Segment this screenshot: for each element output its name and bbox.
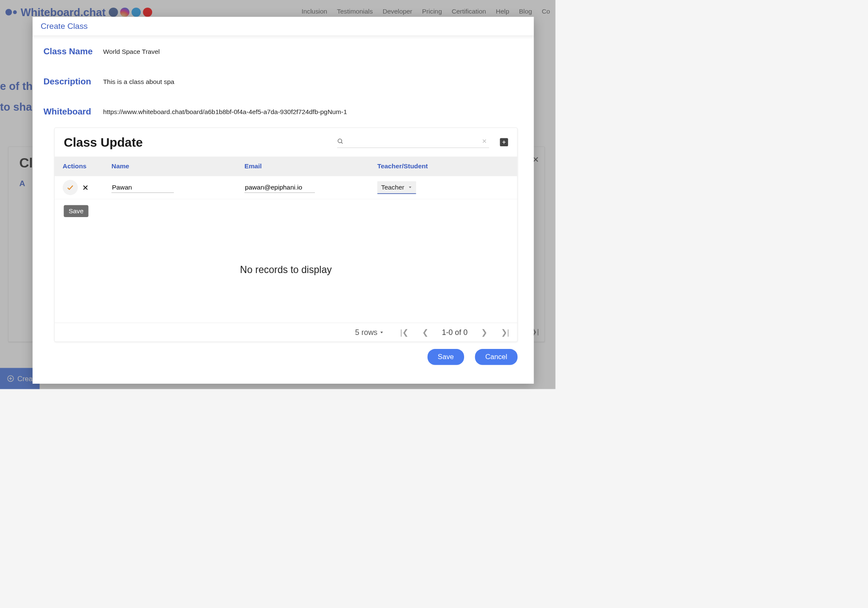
- svg-point-3: [338, 139, 342, 142]
- role-value: Teacher: [381, 183, 404, 191]
- modal-titlebar: Create Class: [33, 17, 534, 36]
- rows-label: 5 rows: [355, 328, 378, 336]
- table-row: ✕ Teacher: [55, 176, 517, 199]
- modal-title: Create Class: [41, 22, 526, 31]
- confirm-row-button[interactable]: [63, 180, 78, 195]
- class-update-card: Class Update ✕ Actions Name Email Teache…: [54, 128, 517, 342]
- svg-line-4: [341, 142, 342, 143]
- row-name-input[interactable]: [111, 182, 174, 193]
- search-input[interactable]: [346, 138, 477, 145]
- card-footer: 5 rows |❮ ❮ 1-0 of 0 ❯ ❯|: [55, 323, 517, 342]
- first-page-icon[interactable]: |❮: [400, 328, 408, 337]
- cancel-row-button[interactable]: ✕: [82, 183, 89, 192]
- modal-actions: Save Cancel: [33, 342, 534, 370]
- class-name-value[interactable]: World Space Travel: [103, 47, 160, 55]
- card-header: Class Update ✕: [55, 128, 517, 156]
- save-button[interactable]: Save: [428, 349, 465, 365]
- create-class-modal: Create Class Class Name World Space Trav…: [33, 17, 534, 384]
- class-name-label: Class Name: [43, 46, 103, 56]
- search-wrap[interactable]: ✕: [337, 137, 489, 148]
- description-value[interactable]: This is a class about spa: [103, 78, 174, 85]
- row-email-input[interactable]: [245, 182, 315, 193]
- cancel-button[interactable]: Cancel: [475, 349, 517, 365]
- next-page-icon[interactable]: ❯: [481, 328, 487, 337]
- col-name: Name: [111, 162, 245, 170]
- search-icon: [337, 138, 344, 144]
- svg-marker-8: [381, 332, 383, 333]
- description-label: Description: [43, 76, 103, 86]
- clear-search-icon[interactable]: ✕: [480, 137, 489, 146]
- add-row-button[interactable]: [500, 138, 508, 146]
- col-email: Email: [245, 162, 378, 170]
- plus-icon: [501, 140, 506, 145]
- chevron-down-icon: [408, 185, 412, 189]
- col-actions: Actions: [63, 162, 111, 170]
- whiteboard-value[interactable]: https://www.whiteboard.chat/board/a6b1b8…: [103, 108, 347, 115]
- last-page-icon[interactable]: ❯|: [501, 328, 509, 337]
- page-range: 1-0 of 0: [442, 328, 467, 336]
- description-row: Description This is a class about spa: [43, 76, 523, 86]
- check-icon: [67, 184, 74, 191]
- chevron-down-icon: [380, 330, 384, 335]
- table-header: Actions Name Email Teacher/Student: [55, 156, 517, 176]
- card-title: Class Update: [64, 135, 143, 150]
- svg-marker-7: [409, 187, 412, 188]
- whiteboard-row: Whiteboard https://www.whiteboard.chat/b…: [43, 107, 523, 117]
- empty-state: No records to display: [55, 217, 517, 323]
- rows-per-page[interactable]: 5 rows: [355, 328, 384, 336]
- save-row-button[interactable]: Save: [64, 205, 88, 217]
- prev-page-icon[interactable]: ❮: [422, 328, 428, 337]
- role-select[interactable]: Teacher: [377, 181, 416, 194]
- form-area: Class Name World Space Travel Descriptio…: [33, 36, 534, 128]
- pagination: |❮ ❮ 1-0 of 0 ❯ ❯|: [400, 328, 509, 337]
- whiteboard-label: Whiteboard: [43, 107, 103, 117]
- col-role: Teacher/Student: [377, 162, 509, 170]
- class-name-row: Class Name World Space Travel: [43, 46, 523, 56]
